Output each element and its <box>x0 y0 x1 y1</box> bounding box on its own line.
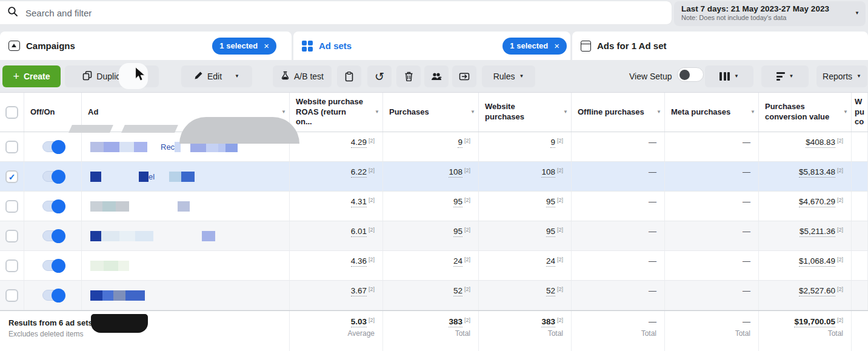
offline-purchases-cell: — <box>572 251 665 280</box>
chevron-down-icon[interactable]: ▼ <box>235 74 239 79</box>
sort-caret-icon[interactable]: ▼ <box>750 109 755 115</box>
column-header-conversion_value[interactable]: Purchases conversion value▼ <box>759 93 852 132</box>
toggle-knob <box>52 289 65 303</box>
undo-button[interactable]: ↺ <box>367 65 392 87</box>
metric-value: 52 <box>453 286 462 296</box>
off-on-toggle[interactable] <box>42 230 64 241</box>
meta-purchases-cell: — <box>665 281 759 310</box>
metric-value: 24 <box>546 256 555 267</box>
conversion-value-cell: $2,527.60[2] <box>759 281 852 310</box>
row-checkbox[interactable] <box>5 141 18 153</box>
delete-button[interactable] <box>396 65 421 87</box>
ad-set-name-fragment[interactable]: el <box>149 172 155 181</box>
ad-set-name-cell[interactable] <box>82 251 290 280</box>
website-purchases-cell: 95[2] <box>479 221 572 250</box>
summary-value: — <box>743 317 750 326</box>
ad-set-name-fragment[interactable]: Rec <box>161 142 175 152</box>
row-checkbox[interactable] <box>5 289 18 302</box>
reports-button[interactable]: Reports ▼ <box>816 65 867 87</box>
chevron-down-icon[interactable]: ▼ <box>136 74 141 79</box>
search-bar[interactable]: Search and filter <box>0 1 672 24</box>
row-checkbox[interactable] <box>5 106 18 119</box>
off-on-toggle[interactable] <box>42 171 64 182</box>
summary-value-line: $19,700.05[2] <box>759 317 843 326</box>
summary-value-line: 5.03[2] <box>290 317 375 326</box>
summary-value: — <box>649 317 656 326</box>
ad-set-name-cell[interactable] <box>82 281 290 310</box>
clipboard-icon <box>344 72 354 82</box>
summary-value: 383 <box>449 317 462 327</box>
campaigns-selected-badge[interactable]: 1 selected × <box>212 38 276 55</box>
row-checkbox[interactable] <box>5 230 18 242</box>
redacted-name-block <box>135 231 153 241</box>
columns-icon <box>719 72 730 81</box>
summary-label-text: Results from 6 ad sets <box>8 318 93 327</box>
export-button[interactable] <box>452 65 476 87</box>
view-setup-toggle[interactable] <box>677 67 704 82</box>
redacted-name-block <box>90 142 104 152</box>
metric-value: 95 <box>453 197 462 207</box>
ad-set-name-cell[interactable] <box>82 192 290 221</box>
footnote-marker: [2] <box>557 286 563 292</box>
select-cell <box>0 132 24 161</box>
footnote-marker: [2] <box>837 317 843 323</box>
sort-caret-icon[interactable]: ▼ <box>470 109 475 115</box>
row-checkbox[interactable] <box>5 200 18 213</box>
columns-button[interactable]: ▼ <box>705 65 753 87</box>
column-header-meta_purchases[interactable]: Meta purchases▼ <box>665 93 759 132</box>
redacted-name-block <box>101 231 119 241</box>
off-on-toggle[interactable] <box>42 201 64 212</box>
summary-value: 5.03 <box>351 317 367 327</box>
toggle-knob <box>52 259 65 273</box>
sort-caret-icon[interactable]: ▼ <box>375 109 379 115</box>
footnote-marker: [2] <box>837 227 843 233</box>
off-on-toggle[interactable] <box>42 260 64 271</box>
conversion-value-cell: $4,670.29[2] <box>759 192 852 221</box>
column-header-website_purchases[interactable]: Website purchases▼ <box>479 93 572 132</box>
ad-set-name-cell[interactable]: el <box>82 162 290 191</box>
summary-value: $19,700.05 <box>794 317 835 327</box>
ab-test-button[interactable]: A/B test <box>273 65 332 87</box>
ad-sets-selected-badge[interactable]: 1 selected × <box>502 38 567 55</box>
column-header-label: Website purchases <box>485 102 553 122</box>
sort-caret-icon[interactable]: ▼ <box>563 109 568 115</box>
ad-set-name-cell[interactable]: Rec <box>82 132 290 161</box>
close-icon[interactable]: × <box>554 41 559 51</box>
footnote-marker: [2] <box>557 167 563 173</box>
row-checkbox[interactable] <box>5 259 18 272</box>
breakdown-icon <box>776 72 785 81</box>
search-icon <box>7 6 18 19</box>
roas-cell: 6.22[2] <box>290 162 383 191</box>
clipboard-button[interactable] <box>337 65 361 87</box>
ad-set-name-cell[interactable] <box>82 221 290 250</box>
chevron-down-icon: ▼ <box>734 74 739 79</box>
column-header-name[interactable]: Ad▼ <box>82 93 290 132</box>
create-button[interactable]: + Create <box>2 65 61 87</box>
column-header-roas[interactable]: Website purchase ROAS (return on...▼ <box>290 93 383 132</box>
duplicate-button[interactable]: Duplicate ▼ <box>65 65 159 87</box>
purchases-cell: 9[2] <box>383 132 479 161</box>
toggle-cell <box>24 281 82 310</box>
tab-campaigns[interactable]: Campaigns 1 selected × <box>0 32 292 60</box>
empty-value: — <box>649 197 656 206</box>
sort-caret-icon[interactable]: ▼ <box>843 109 848 115</box>
row-checkbox-checked[interactable]: ✓ <box>5 170 18 183</box>
toggle-cell <box>24 162 82 191</box>
sort-caret-icon[interactable]: ▼ <box>281 109 286 115</box>
tab-ad-sets[interactable]: Ad sets 1 selected × <box>293 32 570 60</box>
edit-button[interactable]: Edit ▼ <box>181 65 252 87</box>
off-on-toggle[interactable] <box>42 141 64 152</box>
close-icon[interactable]: × <box>264 41 269 51</box>
date-range-button[interactable]: Last 7 days: 21 May 2023-27 May 2023 Not… <box>674 1 866 26</box>
audience-button[interactable] <box>424 65 449 87</box>
column-header-purchases[interactable]: Purchases▼ <box>383 93 479 132</box>
breakdown-button[interactable]: ▼ <box>761 65 809 87</box>
search-input[interactable]: Search and filter <box>25 8 92 18</box>
undo-icon: ↺ <box>375 70 384 84</box>
column-header-label: Website purchase ROAS (return on... <box>296 97 364 128</box>
column-header-offline_purchases[interactable]: Offline purchases▼ <box>572 93 665 132</box>
rules-button[interactable]: Rules ▼ <box>482 65 535 87</box>
sort-caret-icon[interactable]: ▼ <box>656 109 661 115</box>
tab-ads[interactable]: Ads for 1 Ad set <box>572 32 868 60</box>
off-on-toggle[interactable] <box>42 290 64 301</box>
